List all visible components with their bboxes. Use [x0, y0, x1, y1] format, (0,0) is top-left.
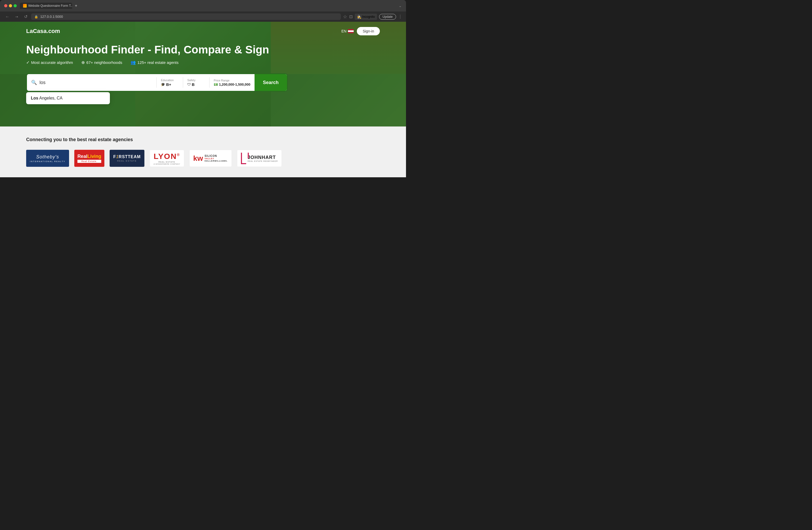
incognito-icon: 🕵: [357, 15, 361, 19]
kw-line2: VALLEY: [205, 157, 228, 160]
search-input[interactable]: [40, 80, 152, 85]
education-filter[interactable]: Education 🎓 B+: [157, 76, 183, 89]
johnhart-sub: REAL ESTATE REDEFINED®: [248, 160, 278, 162]
minimize-button[interactable]: [9, 4, 12, 7]
johnhart-text: JOHNHART REAL ESTATE REDEFINED®: [248, 155, 278, 162]
website-content: LaCasa.com EN Sign-in Neighbourhood Find…: [0, 22, 406, 177]
safety-filter-value: B: [192, 82, 194, 87]
reload-button[interactable]: ↺: [23, 13, 29, 20]
bookmark-star-icon[interactable]: ☆: [343, 14, 347, 20]
price-filter-label: Price Range: [214, 79, 230, 82]
price-icon: 💵: [214, 83, 218, 86]
hero-features: ✓ Most accurate algorithm ⊕ 67+ neighboo…: [26, 60, 380, 65]
browser-titlebar: Website Questionnaire Form T... ✕ + ⌄: [0, 0, 406, 12]
kw-badge: kw: [193, 154, 203, 163]
update-button[interactable]: Update: [379, 14, 396, 20]
firstteam-logo[interactable]: F1RSTTEAM REAL ESTATE: [110, 150, 144, 167]
autocomplete-rest-text: Angeles, CA: [38, 96, 62, 100]
close-button[interactable]: [4, 4, 7, 7]
education-filter-label: Education: [161, 79, 174, 82]
johnhart-icon: [241, 153, 246, 164]
tab-title: Website Questionnaire Form T...: [28, 4, 72, 8]
search-bar: 🔍 Education 🎓 B+: [26, 73, 288, 92]
search-icon: 🔍: [31, 80, 37, 85]
education-filter-value: B+: [166, 82, 171, 87]
kw-line1: SILICON: [205, 154, 228, 157]
sothebys-logo[interactable]: Sotheby's INTERNATIONAL REALTY: [26, 150, 69, 167]
safety-filter-label: Safety: [187, 79, 195, 82]
browser-nav: ← → ↺ 🔒 127.0.0.1:5000 ☆ ⊡ 🕵 Incognito U…: [0, 12, 406, 22]
autocomplete-item-los-angeles[interactable]: Los Angeles, CA: [26, 92, 110, 104]
firstteam-name: F1RSTTEAM: [113, 154, 141, 159]
maximize-button[interactable]: [14, 4, 17, 7]
address-bar[interactable]: 🔒 127.0.0.1:5000: [31, 13, 341, 20]
window-menu-button[interactable]: ⌄: [399, 4, 402, 8]
sothebys-name: Sotheby's: [30, 154, 66, 160]
language-selector[interactable]: EN: [342, 29, 354, 33]
kw-line3: KELLERWILLIAMS.: [205, 160, 228, 162]
autocomplete-bold-text: Los: [31, 96, 38, 100]
realliving-sub: Real Estate.: [77, 160, 101, 163]
incognito-label: Incognito: [362, 15, 375, 18]
feature-neighborhoods-text: 67+ neighboorhoods: [86, 60, 122, 65]
lock-icon: 🔒: [34, 15, 38, 18]
site-logo[interactable]: LaCasa.com: [26, 28, 60, 34]
safety-icon: 🛡: [187, 83, 191, 86]
firstteam-sub: REAL ESTATE: [113, 160, 141, 162]
lyon-sub: REAL ESTATE: [154, 161, 180, 163]
traffic-lights: [4, 4, 17, 7]
lyon-logo[interactable]: LYON® REAL ESTATE A WINDERMERE COMPANY: [150, 150, 184, 167]
lyon-name: LYON®: [154, 152, 180, 161]
feature-algorithm: ✓ Most accurate algorithm: [26, 60, 73, 65]
browser-menu-icon[interactable]: ⋮: [398, 14, 402, 19]
realliving-logo[interactable]: RealLiving Real Estate.: [74, 150, 104, 167]
agents-icon: 👥: [131, 60, 136, 65]
realliving-name: RealLiving: [77, 154, 101, 159]
johnhart-logo[interactable]: JOHNHART REAL ESTATE REDEFINED®: [237, 150, 282, 167]
agencies-title: Connecting you to the best real estate a…: [26, 137, 380, 142]
active-tab[interactable]: Website Questionnaire Form T... ✕: [20, 3, 72, 9]
url-text: 127.0.0.1:5000: [40, 15, 63, 18]
search-input-wrapper[interactable]: 🔍: [27, 76, 157, 89]
flag-icon: [348, 29, 354, 33]
feature-agents-text: 125+ real estate agents: [137, 60, 178, 65]
education-icon: 🎓: [161, 83, 165, 86]
back-button[interactable]: ←: [4, 13, 11, 20]
feature-algorithm-text: Most accurate algorithm: [31, 60, 73, 65]
sign-in-button[interactable]: Sign-in: [357, 27, 380, 36]
hero-title: Neighbourhood Finder - Find, Compare & S…: [26, 43, 380, 56]
browser-window: Website Questionnaire Form T... ✕ + ⌄ ← …: [0, 0, 406, 177]
new-tab-button[interactable]: +: [73, 3, 79, 8]
browser-tabs: Website Questionnaire Form T... ✕ +: [20, 3, 395, 9]
tab-favicon: [23, 4, 27, 8]
incognito-badge: 🕵 Incognito: [355, 14, 377, 20]
header-right: EN Sign-in: [342, 27, 380, 36]
check-icon: ✓: [26, 60, 30, 65]
kw-text: SILICON VALLEY KELLERWILLIAMS.: [205, 154, 228, 162]
price-filter-value: 1,200,000-1,500,000: [219, 83, 250, 86]
feature-neighborhoods: ⊕ 67+ neighboorhoods: [81, 60, 122, 65]
agencies-section: Connecting you to the best real estate a…: [0, 126, 406, 177]
site-header: LaCasa.com EN Sign-in: [26, 27, 380, 43]
autocomplete-dropdown: Los Angeles, CA: [26, 92, 110, 104]
split-view-icon[interactable]: ⊡: [349, 14, 353, 19]
hero-content: LaCasa.com EN Sign-in Neighbourhood Find…: [0, 22, 406, 107]
johnhart-name: JOHNHART: [248, 155, 278, 160]
lyon-sub2: A WINDERMERE COMPANY: [154, 163, 180, 165]
forward-button[interactable]: →: [13, 13, 20, 20]
feature-agents: 👥 125+ real estate agents: [131, 60, 178, 65]
agencies-logos: Sotheby's INTERNATIONAL REALTY RealLivin…: [26, 150, 380, 167]
kw-logo[interactable]: kw SILICON VALLEY KELLERWILLIAMS.: [189, 150, 232, 167]
search-button[interactable]: Search: [255, 74, 287, 91]
price-filter[interactable]: Price Range 💵 1,200,000-1,500,000: [209, 76, 255, 89]
sothebys-sub: INTERNATIONAL REALTY: [30, 160, 66, 163]
neighborhood-icon: ⊕: [81, 60, 85, 65]
hero-section: LaCasa.com EN Sign-in Neighbourhood Find…: [0, 22, 406, 126]
language-label: EN: [342, 29, 346, 33]
safety-filter[interactable]: Safety 🛡 B: [183, 76, 209, 89]
